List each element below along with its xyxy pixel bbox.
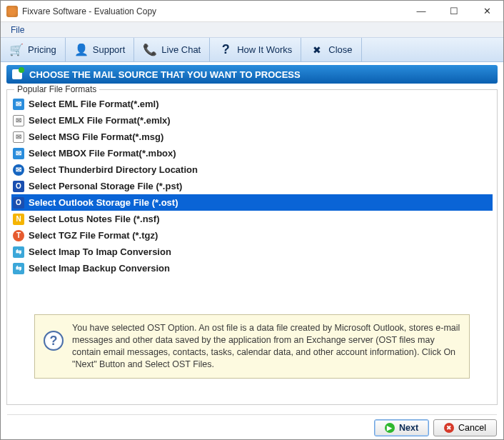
section-heading: CHOOSE THE MAIL SOURCE THAT YOU WANT TO …	[6, 65, 498, 84]
cart-icon	[9, 43, 24, 57]
toolbar-support[interactable]: Support	[66, 38, 135, 61]
format-list: ✉Select EML File Format(*.eml) ✉Select E…	[7, 93, 497, 279]
list-item-emlx[interactable]: ✉Select EMLX File Format(*.emlx)	[11, 112, 493, 129]
next-button[interactable]: ▶Next	[374, 419, 429, 436]
tgz-icon: T	[13, 230, 24, 241]
list-item-msg[interactable]: ✉Select MSG File Format(*.msg)	[11, 129, 493, 145]
close-icon	[310, 43, 324, 57]
list-item-eml[interactable]: ✉Select EML File Format(*.eml)	[11, 96, 493, 112]
list-item-label: Select Imap Backup Conversion	[29, 263, 170, 274]
ost-icon: O	[13, 197, 24, 209]
info-box: ? You have selected OST Option. An ost f…	[34, 314, 470, 379]
toolbar-close-label: Close	[328, 44, 352, 55]
list-item-label: Select Outlook Storage File (*.ost)	[29, 197, 178, 208]
maximize-button[interactable]: ☐	[438, 1, 470, 22]
imap-backup-icon: ⇆	[13, 263, 24, 274]
list-item-label: Select MBOX File Format(*.mbox)	[29, 148, 176, 159]
toolbar-pricing-label: Pricing	[28, 44, 56, 55]
list-item-label: Select EMLX File Format(*.emlx)	[29, 115, 171, 126]
app-icon	[6, 6, 18, 17]
minimize-button[interactable]: —	[405, 1, 438, 22]
main-panel: Popular File Formats ✉Select EML File Fo…	[6, 89, 498, 405]
thunderbird-icon: ✉	[13, 164, 24, 176]
toolbar-pricing[interactable]: Pricing	[1, 38, 66, 61]
fieldset-label: Popular File Formats	[14, 84, 99, 94]
mbox-icon: ✉	[13, 148, 24, 159]
heading-text: CHOOSE THE MAIL SOURCE THAT YOU WANT TO …	[29, 69, 301, 80]
window-title: Fixvare Software - Evaluation Copy	[22, 6, 405, 16]
toolbar-support-label: Support	[93, 44, 126, 55]
list-item-label: Select Lotus Notes File (*.nsf)	[29, 214, 159, 224]
list-item-ost[interactable]: OSelect Outlook Storage File (*.ost)	[11, 194, 493, 211]
imap-icon: ⇆	[13, 246, 24, 258]
list-item-label: Select Personal Storage File (*.pst)	[29, 181, 182, 191]
cancel-button[interactable]: ✖Cancel	[433, 419, 497, 436]
cancel-button-label: Cancel	[458, 423, 486, 433]
toolbar-livechat-label: Live Chat	[161, 44, 201, 55]
list-item-thunderbird[interactable]: ✉Select Thunderbird Directory Location	[11, 161, 493, 178]
list-item-label: Select MSG File Format(*.msg)	[29, 131, 163, 142]
list-item-label: Select TGZ File Format (*.tgz)	[29, 230, 158, 241]
list-item-imap-backup[interactable]: ⇆Select Imap Backup Conversion	[11, 260, 493, 276]
footer: ▶Next ✖Cancel	[7, 414, 497, 436]
nsf-icon: N	[13, 214, 24, 225]
list-item-imap[interactable]: ⇆Select Imap To Imap Conversion	[11, 244, 493, 260]
support-icon	[74, 43, 89, 57]
cancel-icon: ✖	[444, 423, 454, 433]
list-item-label: Select Thunderbird Directory Location	[29, 164, 198, 175]
question-icon	[218, 43, 233, 57]
menubar: File	[1, 22, 503, 38]
eml-icon: ✉	[13, 99, 24, 110]
arrow-right-icon: ▶	[385, 423, 395, 433]
msg-icon: ✉	[13, 131, 24, 143]
toolbar-livechat[interactable]: Live Chat	[134, 38, 210, 61]
menu-file[interactable]: File	[5, 24, 30, 36]
list-item-mbox[interactable]: ✉Select MBOX File Format(*.mbox)	[11, 145, 493, 161]
toolbar-howitworks[interactable]: How It Works	[210, 38, 301, 61]
list-item-label: Select Imap To Imap Conversion	[29, 246, 171, 257]
list-item-pst[interactable]: OSelect Personal Storage File (*.pst)	[11, 178, 493, 194]
info-text: You have selected OST Option. An ost fil…	[72, 323, 460, 369]
toolbar: Pricing Support Live Chat How It Works C…	[1, 38, 503, 62]
close-window-button[interactable]: ✕	[470, 1, 503, 22]
info-icon: ?	[44, 331, 64, 351]
heading-icon	[12, 69, 22, 79]
next-button-label: Next	[399, 423, 418, 433]
phone-icon	[143, 43, 157, 57]
list-item-label: Select EML File Format(*.eml)	[29, 99, 159, 109]
pst-icon: O	[13, 181, 24, 192]
titlebar: Fixvare Software - Evaluation Copy — ☐ ✕	[1, 1, 503, 22]
list-item-tgz[interactable]: TSelect TGZ File Format (*.tgz)	[11, 227, 493, 244]
list-item-nsf[interactable]: NSelect Lotus Notes File (*.nsf)	[11, 211, 493, 227]
toolbar-howitworks-label: How It Works	[237, 44, 292, 55]
toolbar-close[interactable]: Close	[301, 38, 361, 61]
emlx-icon: ✉	[13, 115, 24, 126]
